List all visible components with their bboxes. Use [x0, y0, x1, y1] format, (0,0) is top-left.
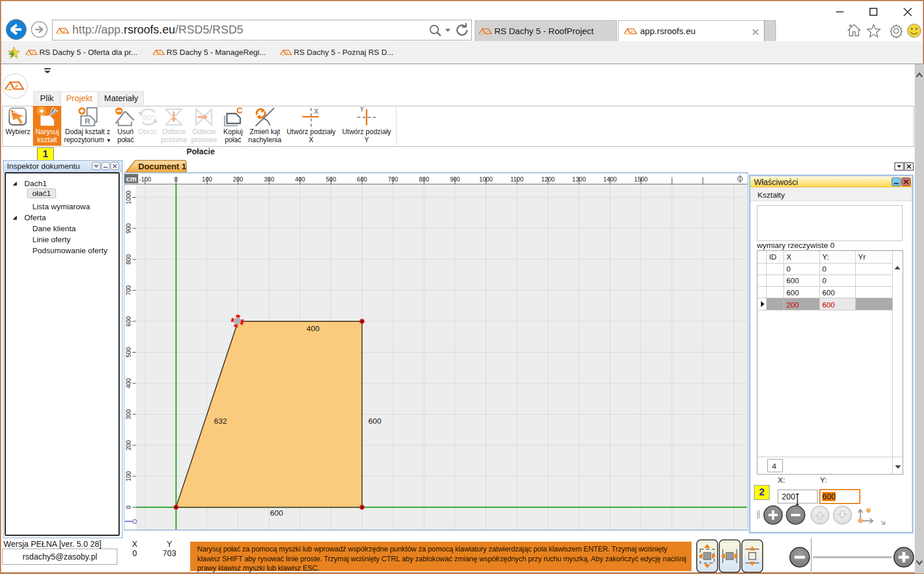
svg-text:ID: ID [769, 253, 777, 261]
svg-text:Yr: Yr [858, 253, 866, 261]
svg-text:1300: 1300 [572, 176, 586, 183]
svg-text:Document 1: Document 1 [138, 162, 186, 171]
svg-text:632: 632 [214, 417, 227, 425]
svg-text:1000: 1000 [479, 176, 493, 183]
svg-text:500: 500 [326, 176, 337, 183]
svg-text:0: 0 [175, 176, 178, 183]
svg-text:1200: 1200 [541, 176, 555, 183]
svg-text:400: 400 [125, 378, 132, 388]
svg-text:Y: Y [360, 107, 364, 113]
svg-text:200: 200 [125, 440, 132, 450]
svg-text:0: 0 [786, 265, 790, 273]
svg-text:cm: cm [126, 175, 136, 183]
svg-text:0: 0 [125, 505, 132, 509]
svg-text:600: 600 [125, 316, 132, 327]
svg-text:900: 900 [125, 223, 132, 234]
svg-text:1000: 1000 [125, 191, 132, 205]
svg-text:600: 600 [822, 301, 835, 309]
svg-text:300: 300 [125, 409, 132, 420]
svg-text:-100: -100 [139, 176, 151, 183]
svg-text:300: 300 [264, 176, 275, 183]
svg-text:400: 400 [295, 176, 305, 183]
svg-text:90°: 90° [143, 113, 154, 122]
svg-text:800: 800 [419, 176, 430, 183]
svg-text:900: 900 [450, 176, 460, 183]
svg-text:700: 700 [125, 285, 132, 295]
svg-text:R: R [85, 117, 91, 125]
svg-text:500: 500 [125, 347, 132, 358]
svg-text:700: 700 [388, 176, 398, 183]
svg-text:100: 100 [202, 176, 212, 183]
svg-text:1100: 1100 [511, 176, 524, 183]
svg-text:0: 0 [822, 265, 826, 273]
svg-text:600: 600 [270, 509, 283, 517]
svg-text:X: X [314, 108, 319, 116]
svg-text:400: 400 [306, 324, 320, 333]
svg-text:600: 600 [786, 276, 799, 285]
svg-text:200: 200 [233, 176, 243, 183]
svg-text:C: C [236, 107, 243, 115]
svg-text:Y:: Y: [822, 253, 829, 261]
svg-text:4: 4 [772, 462, 777, 471]
svg-text:1500: 1500 [634, 176, 648, 183]
svg-text:200: 200 [786, 301, 799, 309]
svg-text:600: 600 [822, 288, 835, 297]
svg-text:0: 0 [822, 276, 826, 285]
svg-text:600: 600 [357, 176, 367, 183]
svg-text:100: 100 [125, 471, 132, 482]
svg-text:1400: 1400 [603, 176, 617, 183]
svg-text:800: 800 [125, 254, 132, 265]
svg-text:600: 600 [368, 417, 382, 425]
svg-text:600: 600 [786, 288, 799, 297]
svg-text:X: X [786, 253, 792, 261]
